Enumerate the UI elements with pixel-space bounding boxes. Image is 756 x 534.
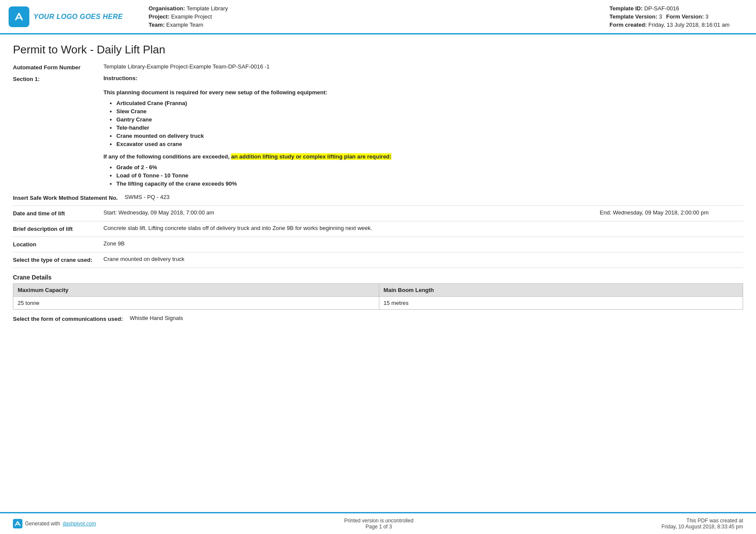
form-row-communications: Select the form of communications used: … — [13, 315, 743, 322]
page-title: Permit to Work - Daily Lift Plan — [13, 43, 743, 58]
header-right: Template ID: DP-SAF-0016 Template Versio… — [609, 4, 747, 29]
form-row-crane-type: Select the type of crane used: Crane mou… — [13, 256, 743, 263]
form-row-swms: Insert Safe Work Method Statement No. SW… — [13, 194, 743, 201]
header-versions: Template Version: 3 Form Version: 3 — [609, 13, 747, 20]
list-item: Grade of 2 - 6% — [116, 164, 743, 171]
footer-generated-label: Generated with — [25, 521, 60, 527]
form-row-section1: Section 1: Instructions: — [13, 75, 743, 82]
col-header-capacity: Maximum Capacity — [13, 284, 379, 297]
svg-rect-0 — [13, 519, 22, 528]
conditions-list: Grade of 2 - 6% Load of 0 Tonne - 10 Ton… — [103, 164, 743, 187]
date-label: Date and time of lift — [13, 209, 103, 217]
logo-area: YOUR LOGO GOES HERE — [9, 4, 123, 29]
description-label: Brief description of lift — [13, 225, 103, 232]
list-item: Excavator used as crane — [116, 141, 743, 147]
footer-logo-icon — [13, 519, 22, 528]
swms-value: SWMS - PQ - 423 — [125, 194, 743, 200]
description-value: Concrete slab lift. Lifting concrete sla… — [103, 225, 743, 231]
location-label: Location — [13, 240, 103, 248]
communications-label: Select the form of communications used: — [13, 315, 130, 322]
instructions-label: Instructions: — [103, 75, 743, 81]
list-item: Tele-handler — [116, 124, 743, 131]
date-start: Start: Wednesday, 09 May 2018, 7:00:00 a… — [103, 209, 214, 216]
footer-uncontrolled: Printed version is uncontrolled — [344, 518, 413, 524]
header-center: Organisation: Template Library Project: … — [131, 4, 601, 29]
automated-form-label: Automated Form Number — [13, 63, 103, 71]
footer-dashpivot-link[interactable]: dashpivot.com — [62, 521, 96, 527]
date-value: Start: Wednesday, 09 May 2018, 7:00:00 a… — [103, 209, 743, 216]
list-item: Slew Crane — [116, 108, 743, 115]
footer-pdf-created-label: This PDF was created at — [662, 518, 743, 524]
list-item: The lifting capacity of the crane exceed… — [116, 180, 743, 187]
footer-pdf-created-date: Friday, 10 August 2018, 8:33:45 pm — [662, 524, 743, 530]
col-header-boom: Main Boom Length — [379, 284, 743, 297]
crane-type-label: Select the type of crane used: — [13, 256, 103, 263]
list-item: Articulated Crane (Franna) — [116, 100, 743, 106]
table-row: 25 tonne 15 metres — [13, 297, 743, 310]
page-header: YOUR LOGO GOES HERE Organisation: Templa… — [0, 0, 756, 34]
automated-form-value: Template Library-Example Project-Example… — [103, 63, 743, 70]
header-team: Team: Example Team — [149, 22, 601, 28]
crane-type-value: Crane mounted on delivery truck — [103, 256, 743, 262]
footer-right: This PDF was created at Friday, 10 Augus… — [662, 518, 743, 530]
highlight-text: an addition lifting study or complex lif… — [231, 153, 391, 160]
footer-center: Printed version is uncontrolled Page 1 o… — [344, 518, 413, 530]
instructions-intro: This planning document is required for e… — [103, 89, 743, 96]
list-item: Crane mounted on delivery truck — [116, 133, 743, 139]
footer-left: Generated with dashpivot.com — [13, 519, 96, 528]
location-value: Zone 9B — [103, 240, 743, 247]
cell-capacity: 25 tonne — [13, 297, 379, 310]
cell-boom: 15 metres — [379, 297, 743, 310]
form-row-location: Location Zone 9B — [13, 240, 743, 248]
list-item: Gantry Crane — [116, 116, 743, 123]
header-form-created: Form created: Friday, 13 July 2018, 8:16… — [609, 22, 747, 28]
footer-page: Page 1 of 3 — [344, 524, 413, 530]
form-row-automated: Automated Form Number Template Library-E… — [13, 63, 743, 71]
section1-label: Section 1: — [13, 75, 103, 82]
conditions-intro: If any of the following conditions are e… — [103, 153, 743, 160]
logo-icon — [9, 6, 29, 27]
page-footer: Generated with dashpivot.com Printed ver… — [0, 512, 756, 534]
main-content: Permit to Work - Daily Lift Plan Automat… — [0, 34, 756, 361]
communications-value: Whistle Hand Signals — [130, 315, 743, 321]
header-template-id: Template ID: DP-SAF-0016 — [609, 5, 747, 12]
instructions-block: This planning document is required for e… — [103, 89, 743, 187]
header-project: Project: Example Project — [149, 13, 601, 20]
crane-details-heading: Crane Details — [13, 274, 743, 281]
date-end: End: Wednesday, 09 May 2018, 2:00:00 pm — [600, 209, 709, 216]
crane-table: Maximum Capacity Main Boom Length 25 ton… — [13, 283, 743, 310]
swms-label: Insert Safe Work Method Statement No. — [13, 194, 125, 201]
form-row-description: Brief description of lift Concrete slab … — [13, 225, 743, 232]
header-org: Organisation: Template Library — [149, 5, 601, 12]
table-header-row: Maximum Capacity Main Boom Length — [13, 284, 743, 297]
list-item: Load of 0 Tonne - 10 Tonne — [116, 172, 743, 179]
equipment-list: Articulated Crane (Franna) Slew Crane Ga… — [103, 100, 743, 147]
form-row-date: Date and time of lift Start: Wednesday, … — [13, 209, 743, 217]
logo-text: YOUR LOGO GOES HERE — [34, 13, 123, 21]
